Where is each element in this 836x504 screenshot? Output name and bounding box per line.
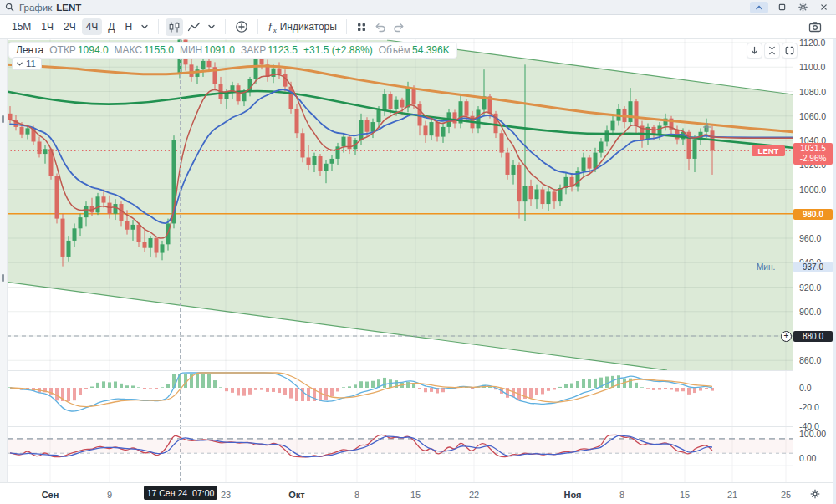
toolbar-divider xyxy=(158,19,159,34)
alert-plus-icon[interactable] xyxy=(781,331,792,342)
titlebar: График LENT xyxy=(0,0,836,15)
screenshot-button[interactable] xyxy=(806,18,824,35)
time-axis-label: 22 xyxy=(469,490,479,500)
tooltip-time: 07:00 xyxy=(192,488,214,498)
gear-icon xyxy=(798,3,808,12)
undo-icon xyxy=(374,22,386,33)
macd-axis-label: 0.0 xyxy=(799,383,812,393)
time-axis-label: Окт xyxy=(288,490,304,500)
crosshair-time-tooltip: 17 Сен 24 07:00 xyxy=(144,486,217,500)
gear-icon xyxy=(810,489,820,499)
timeframe-more-button[interactable] xyxy=(138,20,151,33)
titlebar-symbol: LENT xyxy=(56,3,81,13)
layout-grid-button[interactable] xyxy=(354,19,370,35)
close-label: ЗАКР xyxy=(241,44,266,56)
collapse-panel-button[interactable] xyxy=(750,2,768,13)
macd-axis-label: -20.0 xyxy=(799,402,819,412)
line-chart-icon xyxy=(187,21,201,33)
toolbar-divider xyxy=(257,19,258,34)
timeframe-button-4Ч[interactable]: 4Ч xyxy=(82,18,103,35)
timeframe-button-1Ч[interactable]: 1Ч xyxy=(37,18,58,35)
toolbar-divider xyxy=(346,19,347,34)
price-axis-label: 1060.0 xyxy=(799,111,826,121)
change-value: +31.5 (+2.88%) xyxy=(303,44,373,56)
stochastic-axis-label: 100.00 xyxy=(799,429,826,439)
price-axis-label: 1080.0 xyxy=(799,87,826,97)
add-drawing-button[interactable] xyxy=(232,18,251,36)
undo-button[interactable] xyxy=(371,19,389,35)
current-change: -2.96% xyxy=(793,154,833,164)
stochastic-axis-label: 0.00 xyxy=(799,453,816,463)
chevron-down-icon xyxy=(16,60,23,68)
time-axis-label: 25 xyxy=(781,490,791,500)
indicators-count: 11 xyxy=(26,59,36,69)
price-axis-label: 860.0 xyxy=(799,355,821,365)
time-axis-label: 15 xyxy=(680,490,690,500)
style-more-button[interactable] xyxy=(205,20,218,33)
window-left-edge xyxy=(0,15,8,504)
time-axis-label: 21 xyxy=(727,490,737,500)
indicators-collapse-badge[interactable]: 11 xyxy=(12,57,42,70)
price-axis-label: 920.0 xyxy=(799,283,821,293)
fx-icon: ƒx xyxy=(268,19,277,34)
candlestick-style-button[interactable] xyxy=(166,18,183,36)
high-label: МАКС xyxy=(115,44,143,56)
chevron-down-icon xyxy=(207,23,216,31)
price-axis[interactable]: 1120.01100.01080.01060.01040.01020.01000… xyxy=(793,39,832,482)
window-controls xyxy=(750,2,831,13)
timeframe-button-Н[interactable]: Н xyxy=(121,18,137,35)
search-icon xyxy=(5,3,14,12)
timeframe-button-2Ч[interactable]: 2Ч xyxy=(59,18,80,35)
chart-toolbar: 15М1Ч2Ч4ЧДН ƒx Индикаторы xyxy=(0,15,836,39)
volume-label: Объём xyxy=(379,44,410,56)
window-right-edge xyxy=(833,15,836,504)
macd-pane xyxy=(8,373,714,411)
open-label: ОТКР xyxy=(49,44,76,56)
indicators-label: Индикаторы xyxy=(280,21,337,33)
close-icon xyxy=(820,3,828,11)
collapse-vertical-icon xyxy=(767,46,777,55)
maximize-icon xyxy=(778,3,786,11)
timeframe-button-15М[interactable]: 15М xyxy=(8,18,35,35)
redo-button[interactable] xyxy=(390,19,408,35)
arrow-down-icon xyxy=(750,46,759,55)
low-value: 1091.0 xyxy=(204,44,235,56)
panel-settings-button[interactable] xyxy=(795,2,810,13)
price-axis-label: 960.0 xyxy=(799,233,821,243)
line-style-button[interactable] xyxy=(185,18,203,35)
stochastic-pane xyxy=(7,435,793,456)
maximize-button[interactable] xyxy=(774,2,789,13)
price-axis-label: 900.0 xyxy=(799,307,821,317)
camera-icon xyxy=(808,21,822,33)
session-min-axis-label: 937.0 xyxy=(793,262,833,272)
redo-icon xyxy=(393,22,405,33)
ohlc-legend: Лента ОТКР1094.0 МАКС1155.0 МИН1091.0 ЗА… xyxy=(8,42,457,59)
chart-float-buttons xyxy=(747,43,798,59)
chevron-down-icon xyxy=(140,23,149,31)
time-axis-label: 8 xyxy=(354,490,359,500)
close-panel-button[interactable] xyxy=(816,2,831,13)
current-price-axis-label: 1031.5 -2.96% xyxy=(793,143,833,165)
reset-scale-button[interactable] xyxy=(782,43,798,59)
drawn-level-axis-label: 880.0 xyxy=(793,331,833,342)
close-value: 1123.5 xyxy=(268,44,298,56)
indicators-button[interactable]: ƒx Индикаторы xyxy=(265,17,339,37)
timeframe-button-Д[interactable]: Д xyxy=(104,18,119,35)
open-value: 1094.0 xyxy=(78,44,109,56)
tooltip-date: 17 Сен 24 xyxy=(147,488,187,498)
axis-settings-corner[interactable] xyxy=(793,482,836,504)
grid-layout-icon xyxy=(356,22,367,33)
page-title: График xyxy=(19,3,52,13)
price-chart[interactable] xyxy=(0,0,836,504)
time-axis[interactable]: Сен923Окт81522Ноя8152125 xyxy=(0,482,793,504)
chevron-up-icon xyxy=(755,3,763,12)
instrument-name: Лента xyxy=(16,44,43,56)
time-axis-label: 8 xyxy=(619,490,624,500)
scroll-to-latest-button[interactable] xyxy=(747,43,762,59)
session-min-label: Мин. xyxy=(757,262,775,272)
high-value: 1155.0 xyxy=(144,44,174,56)
collapse-scale-button[interactable] xyxy=(764,43,780,59)
price-axis-label: 1100.0 xyxy=(799,62,825,72)
toolbar-divider xyxy=(225,19,226,34)
time-axis-label: 9 xyxy=(107,490,112,500)
